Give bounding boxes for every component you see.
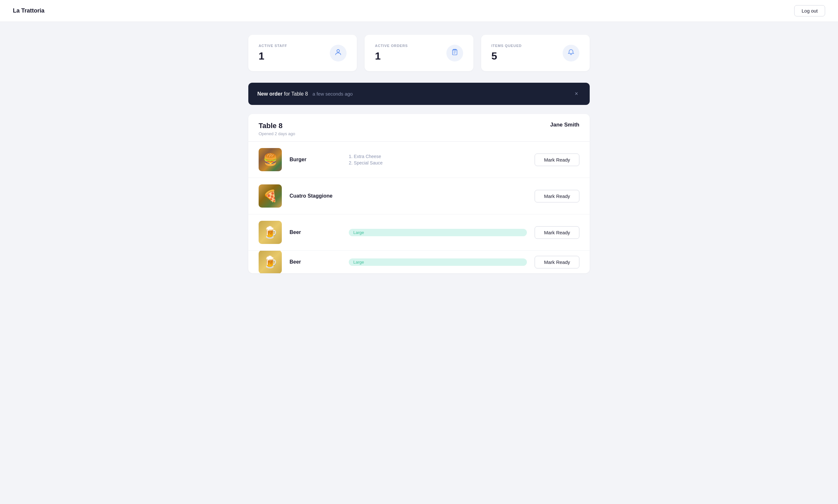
active-staff-label: ACTIVE STAFF [259, 44, 287, 48]
active-orders-icon-wrapper [447, 45, 463, 61]
mark-ready-button[interactable]: Mark Ready [535, 226, 579, 239]
item-image-burger [259, 148, 282, 171]
active-staff-card: ACTIVE STAFF 1 [248, 35, 357, 71]
item-modifier: 2. Special Sauce [349, 160, 527, 165]
order-info: Table 8 Opened 2 days ago [259, 122, 295, 136]
item-modifier: 1. Extra Cheese [349, 154, 527, 159]
order-card: Table 8 Opened 2 days ago Jane Smith Bur… [248, 114, 590, 273]
stat-text-queued: ITEMS QUEUED 5 [491, 44, 522, 62]
stat-text-staff: ACTIVE STAFF 1 [259, 44, 287, 62]
active-orders-value: 1 [375, 50, 408, 62]
item-tag: Large [349, 229, 527, 236]
stats-grid: ACTIVE STAFF 1 ACTIVE ORDERS 1 [248, 35, 590, 71]
order-item: Beer Large Mark Ready [248, 214, 590, 251]
order-item: Burger 1. Extra Cheese 2. Special Sauce … [248, 142, 590, 178]
main-content: ACTIVE STAFF 1 ACTIVE ORDERS 1 [242, 22, 596, 286]
mark-ready-button[interactable]: Mark Ready [535, 256, 579, 268]
logout-button[interactable]: Log out [794, 5, 825, 16]
item-tag: Large [349, 258, 527, 266]
svg-rect-2 [453, 50, 457, 55]
notification-time: a few seconds ago [312, 91, 353, 96]
svg-point-0 [337, 50, 339, 52]
notification-prefix: New order [257, 91, 282, 96]
notification-banner: New order for Table 8a few seconds ago × [248, 83, 590, 105]
item-name: Cuatro Staggione [290, 193, 341, 199]
app-header: La Trattoria Log out [0, 0, 838, 22]
order-item: Cuatro Staggione Mark Ready [248, 178, 590, 214]
order-item-partial: Beer Large Mark Ready [248, 251, 590, 273]
notification-text: New order for Table 8a few seconds ago [257, 91, 353, 97]
active-orders-card: ACTIVE ORDERS 1 [365, 35, 473, 71]
item-modifiers: 1. Extra Cheese 2. Special Sauce [349, 154, 527, 165]
item-image-beer-2 [259, 251, 282, 273]
order-opened: Opened 2 days ago [259, 131, 295, 136]
item-modifiers: Large [349, 258, 527, 266]
stat-text-orders: ACTIVE ORDERS 1 [375, 44, 408, 62]
order-header: Table 8 Opened 2 days ago Jane Smith [248, 114, 590, 142]
item-name: Burger [290, 157, 341, 163]
item-image-beer [259, 221, 282, 244]
item-name: Beer [290, 230, 341, 235]
bell-icon [567, 48, 575, 58]
person-icon [334, 48, 342, 58]
item-name: Beer [290, 259, 341, 265]
items-queued-card: ITEMS QUEUED 5 [481, 35, 590, 71]
mark-ready-button[interactable]: Mark Ready [535, 154, 579, 166]
order-table-name: Table 8 [259, 122, 295, 130]
item-image-pizza [259, 184, 282, 208]
clipboard-icon [451, 48, 459, 58]
items-queued-label: ITEMS QUEUED [491, 44, 522, 48]
active-staff-icon-wrapper [330, 45, 347, 61]
notification-close-button[interactable]: × [572, 89, 581, 98]
items-queued-value: 5 [491, 50, 522, 62]
active-orders-label: ACTIVE ORDERS [375, 44, 408, 48]
items-queued-icon-wrapper [563, 45, 579, 61]
app-title: La Trattoria [13, 7, 45, 14]
active-staff-value: 1 [259, 50, 287, 62]
item-modifiers: Large [349, 229, 527, 236]
mark-ready-button[interactable]: Mark Ready [535, 190, 579, 202]
order-staff: Jane Smith [550, 122, 579, 128]
